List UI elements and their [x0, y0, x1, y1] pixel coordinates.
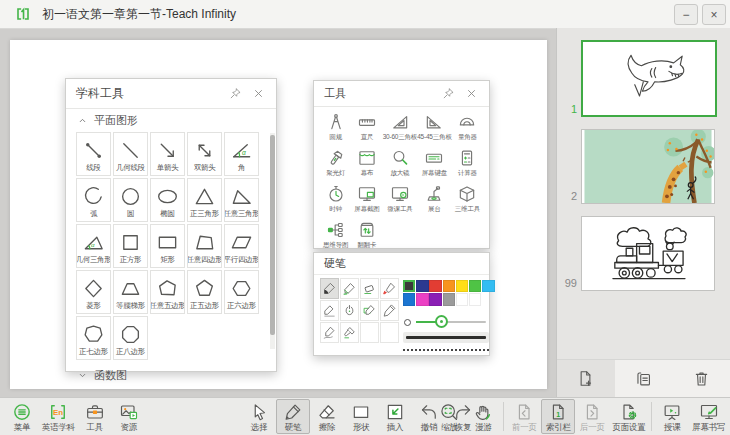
- tool-keyboard[interactable]: 屏幕键盘: [417, 148, 452, 181]
- shape-regular-hexagon[interactable]: 正六边形: [224, 270, 259, 314]
- slide-thumbnail-2[interactable]: [581, 129, 715, 204]
- shape-geometric-line[interactable]: 几何线段: [113, 132, 148, 176]
- shape-double-arrow[interactable]: 双箭头: [187, 132, 222, 176]
- shape-square[interactable]: 正方形: [113, 224, 148, 268]
- shape-arc[interactable]: 弧: [76, 178, 111, 222]
- toolbar-toolbox-button[interactable]: 工具: [78, 399, 112, 434]
- tool-compass[interactable]: 圆规: [320, 112, 351, 145]
- toolbar-insert-tool-button[interactable]: 插入: [378, 399, 412, 434]
- toolbar-select-cursor-button[interactable]: 选择: [242, 399, 276, 434]
- tool-mindmap[interactable]: 思维导图: [320, 220, 351, 253]
- tool-calculator[interactable]: 计算器: [452, 148, 483, 181]
- tool-visualizer[interactable]: 展台: [417, 184, 452, 217]
- pen-type-hard-pen[interactable]: [320, 278, 339, 299]
- shape-equilateral-triangle[interactable]: 正三角形: [187, 178, 222, 222]
- subject-panel-scrollbar[interactable]: [270, 133, 275, 349]
- scrollbar-thumb[interactable]: [270, 135, 275, 335]
- color-swatch-2[interactable]: [429, 280, 441, 292]
- slide-thumbnail-99[interactable]: [581, 216, 715, 291]
- tool-cube-3d[interactable]: 三维工具: [452, 184, 483, 217]
- tool-microlesson[interactable]: 微课工具: [383, 184, 418, 217]
- shape-any-pentagon[interactable]: 任意五边形: [150, 270, 185, 314]
- giraffe-drawing: [582, 130, 714, 203]
- color-swatch-4[interactable]: [456, 280, 468, 292]
- shape-regular-heptagon[interactable]: 正七边形: [76, 316, 111, 360]
- close-icon[interactable]: [252, 87, 266, 101]
- writing-brush-icon: [382, 281, 397, 296]
- shape-line-segment[interactable]: 线段: [76, 132, 111, 176]
- tool-triangle-45-45[interactable]: 45-45三角板: [417, 112, 452, 145]
- toolbar-pen-tool-button[interactable]: 硬笔: [276, 399, 310, 434]
- toolbar-zoom-tool-button[interactable]: 缩放: [432, 399, 466, 434]
- tool-protractor[interactable]: 量角器: [452, 112, 483, 145]
- shape-any-quadrilateral[interactable]: 任意四边形: [187, 224, 222, 268]
- minimize-button[interactable]: −: [674, 4, 698, 25]
- color-swatch-1[interactable]: [416, 280, 428, 292]
- tool-curtain[interactable]: 幕布: [351, 148, 382, 181]
- color-swatch-8[interactable]: [416, 293, 428, 305]
- delete-page-button[interactable]: [672, 360, 730, 397]
- slider-track[interactable]: [416, 321, 486, 323]
- pin-icon[interactable]: [442, 87, 456, 101]
- toolbar-shape-tool-button[interactable]: 形状: [344, 399, 378, 434]
- shape-rhombus[interactable]: 菱形: [76, 270, 111, 314]
- toolbar-page-setup-button[interactable]: 页面设置: [609, 399, 648, 434]
- pen-type-writing-brush[interactable]: [380, 278, 399, 299]
- pen-type-smart-pen[interactable]: [360, 300, 379, 321]
- toolbar-index-bar-button[interactable]: 1索引栏: [541, 399, 575, 434]
- pen-type-texture-brush[interactable]: [340, 322, 359, 343]
- pin-icon[interactable]: [229, 87, 243, 101]
- tool-ruler[interactable]: 直尺: [351, 112, 382, 145]
- shape-circle[interactable]: 圆: [113, 178, 148, 222]
- color-swatch-9[interactable]: [429, 293, 441, 305]
- shape-any-triangle[interactable]: 任意三角形: [224, 178, 259, 222]
- tool-spotlight[interactable]: 聚光灯: [320, 148, 351, 181]
- close-icon[interactable]: [465, 87, 479, 101]
- pen-type-pencil[interactable]: [380, 300, 399, 321]
- slide-thumbnail-1[interactable]: [581, 40, 717, 117]
- toolbar-prev-page-button[interactable]: 前一页: [507, 399, 541, 434]
- color-swatch-10[interactable]: [443, 293, 455, 305]
- function-graph-section[interactable]: 函数图: [66, 364, 276, 386]
- shape-regular-pentagon[interactable]: 正五边形: [187, 270, 222, 314]
- stroke-width-slider[interactable]: [404, 315, 486, 329]
- color-swatch-11[interactable]: [456, 293, 468, 305]
- shape-geometric-triangle[interactable]: α几何三角形: [76, 224, 111, 268]
- pen-type-board-eraser[interactable]: [360, 278, 379, 299]
- close-button[interactable]: ×: [702, 4, 726, 25]
- tool-triangle-30-60[interactable]: 30-60三角板: [383, 112, 418, 145]
- tool-magnifier[interactable]: 放大镜: [383, 148, 418, 181]
- shape-regular-octagon[interactable]: 正八边形: [113, 316, 148, 360]
- shape-single-arrow[interactable]: 单箭头: [150, 132, 185, 176]
- shape-isosceles-trapezoid[interactable]: 等腰梯形: [113, 270, 148, 314]
- color-swatch-5[interactable]: [469, 280, 481, 292]
- tool-screenshot[interactable]: 屏幕截图: [351, 184, 382, 217]
- toolbar-screen-write-button[interactable]: 屏幕书写: [689, 399, 728, 434]
- shape-parallelogram[interactable]: 平行四边形: [224, 224, 259, 268]
- toolbar-menu-button[interactable]: 菜单: [5, 399, 39, 434]
- pen-type-curve-pen[interactable]: [320, 322, 339, 343]
- color-swatch-12[interactable]: [469, 293, 481, 305]
- toolbar-present-button[interactable]: 授课: [655, 399, 689, 434]
- toolbar-pan-hand-button[interactable]: 漫游: [466, 399, 500, 434]
- color-swatch-7[interactable]: [403, 293, 415, 305]
- toolbar-eraser-tool-button[interactable]: 擦除: [310, 399, 344, 434]
- toolbar-subject-en-button[interactable]: En英语学科: [39, 399, 78, 434]
- pen-type-line-pen[interactable]: [320, 300, 339, 321]
- add-page-button[interactable]: [557, 360, 615, 397]
- color-swatch-3[interactable]: [443, 280, 455, 292]
- pen-type-highlighter[interactable]: [340, 278, 359, 299]
- plane-shapes-section[interactable]: 平面图形: [66, 109, 276, 131]
- shape-angle[interactable]: α角: [224, 132, 259, 176]
- color-swatch-0[interactable]: [403, 280, 415, 292]
- toolbar-next-page-button[interactable]: 后一页: [575, 399, 609, 434]
- tool-clock[interactable]: 时钟: [320, 184, 351, 217]
- pen-type-gesture-pen[interactable]: [340, 300, 359, 321]
- shape-ellipse[interactable]: 椭圆: [150, 178, 185, 222]
- slider-handle[interactable]: [435, 315, 448, 328]
- tool-flipcard[interactable]: 翻翻卡: [351, 220, 382, 253]
- toolbar-resources-button[interactable]: 资源: [112, 399, 146, 434]
- copy-page-button[interactable]: [615, 360, 673, 397]
- shape-rectangle[interactable]: 矩形: [150, 224, 185, 268]
- color-swatch-6[interactable]: [482, 280, 494, 292]
